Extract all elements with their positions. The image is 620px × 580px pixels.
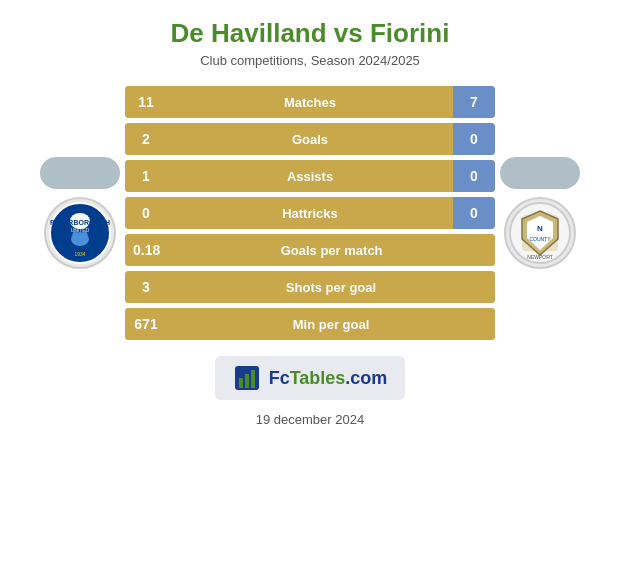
svg-text:COUNTY: COUNTY <box>529 236 551 242</box>
left-team: PETERBOROUGH UNITED 1934 <box>35 157 125 269</box>
stat-right-matches: 7 <box>453 86 495 118</box>
fctables-logo-section: FcTables.com <box>215 356 406 400</box>
svg-rect-18 <box>251 370 255 388</box>
stat-right-hattricks: 0 <box>453 197 495 229</box>
fctables-icon <box>233 364 261 392</box>
stats-area: 11Matches72Goals01Assists00Hattricks00.1… <box>125 86 495 340</box>
stat-row-matches: 11Matches7 <box>125 86 495 118</box>
svg-text:1934: 1934 <box>74 251 85 257</box>
stat-row-assists: 1Assists0 <box>125 160 495 192</box>
left-team-badge: PETERBOROUGH UNITED 1934 <box>44 197 116 269</box>
stat-row-goals: 2Goals0 <box>125 123 495 155</box>
stat-label-assists: Assists <box>167 160 453 192</box>
main-content: PETERBOROUGH UNITED 1934 11Matches72Goal… <box>10 86 610 340</box>
footer-date: 19 december 2024 <box>256 412 364 427</box>
right-team-badge: N COUNTY NEWPORT <box>504 197 576 269</box>
stat-row-shots-per-goal: 3Shots per goal <box>125 271 495 303</box>
left-badge-icon: PETERBOROUGH UNITED 1934 <box>48 201 112 265</box>
svg-rect-17 <box>245 374 249 388</box>
stat-label-goals-per-match: Goals per match <box>168 234 495 266</box>
stat-left-min-per-goal: 671 <box>125 308 167 340</box>
stat-label-goals: Goals <box>167 123 453 155</box>
stat-left-shots-per-goal: 3 <box>125 271 167 303</box>
right-team: N COUNTY NEWPORT <box>495 157 585 269</box>
page-title: De Havilland vs Fiorini <box>171 18 450 49</box>
stat-row-min-per-goal: 671Min per goal <box>125 308 495 340</box>
stat-left-goals: 2 <box>125 123 167 155</box>
right-badge-icon: N COUNTY NEWPORT <box>508 201 572 265</box>
fctables-logo-text: FcTables.com <box>269 368 388 389</box>
svg-text:N: N <box>537 224 543 233</box>
svg-text:NEWPORT: NEWPORT <box>527 254 552 260</box>
stat-left-matches: 11 <box>125 86 167 118</box>
stat-left-goals-per-match: 0.18 <box>125 234 168 266</box>
stat-label-shots-per-goal: Shots per goal <box>167 271 495 303</box>
svg-text:PETERBOROUGH: PETERBOROUGH <box>50 219 110 226</box>
stat-left-assists: 1 <box>125 160 167 192</box>
stat-right-assists: 0 <box>453 160 495 192</box>
page-wrapper: De Havilland vs Fiorini Club competition… <box>0 0 620 580</box>
left-team-pill <box>40 157 120 189</box>
page-subtitle: Club competitions, Season 2024/2025 <box>200 53 420 68</box>
stat-right-goals: 0 <box>453 123 495 155</box>
stat-left-hattricks: 0 <box>125 197 167 229</box>
stat-label-min-per-goal: Min per goal <box>167 308 495 340</box>
stat-label-hattricks: Hattricks <box>167 197 453 229</box>
svg-rect-16 <box>239 378 243 388</box>
stat-label-matches: Matches <box>167 86 453 118</box>
right-team-pill <box>500 157 580 189</box>
stat-row-hattricks: 0Hattricks0 <box>125 197 495 229</box>
stat-row-goals-per-match: 0.18Goals per match <box>125 234 495 266</box>
